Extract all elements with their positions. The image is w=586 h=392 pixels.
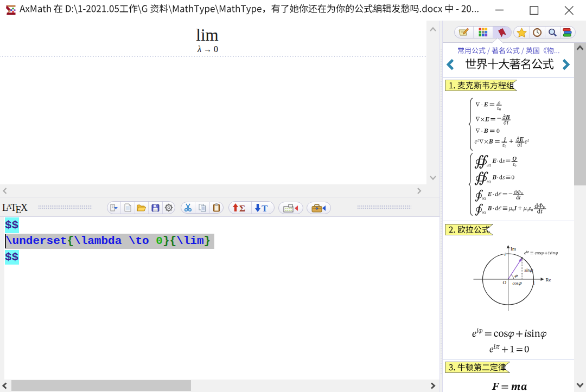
svg-text:Σ: Σ <box>239 203 245 213</box>
svg-text:Im: Im <box>511 246 516 252</box>
svg-text:sin𝜑: sin𝜑 <box>525 268 533 273</box>
svg-text:O: O <box>503 280 507 285</box>
svg-text:i: i <box>505 252 506 257</box>
svg-text:T: T <box>262 203 268 213</box>
svg-text:Re: Re <box>546 277 551 282</box>
svg-text:cos𝜑: cos𝜑 <box>513 281 523 286</box>
svg-text:𝜑: 𝜑 <box>514 273 518 278</box>
svg-text:1: 1 <box>533 280 535 286</box>
